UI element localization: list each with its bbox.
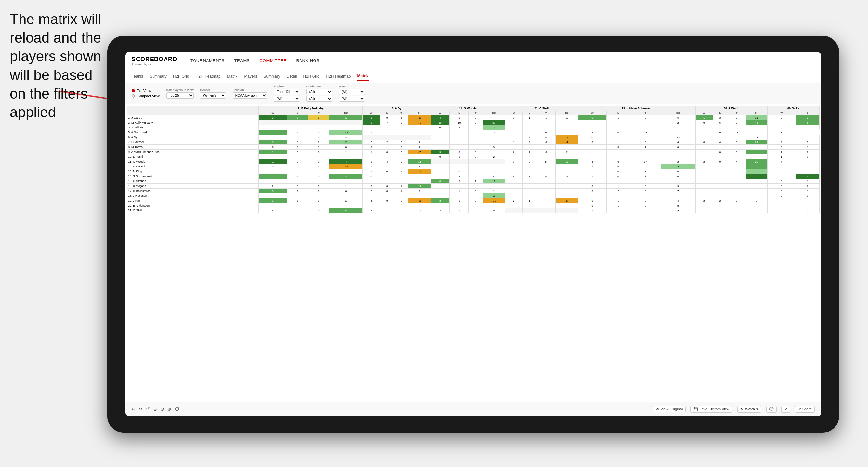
- matrix-table-wrapper[interactable]: 2. M Kelly Mulcahy 6. A Dy 11. G Woods 2…: [125, 104, 821, 402]
- sub-nav-summary2[interactable]: Summary: [264, 72, 280, 80]
- cell: [537, 193, 555, 198]
- compact-view-radio[interactable]: [132, 94, 135, 98]
- cell: 1: [661, 130, 695, 135]
- share-button[interactable]: ↗ Share: [795, 406, 815, 413]
- table-row: 5. A Nomrowski 3 1 0 -13 1: [127, 130, 819, 135]
- undo-icon[interactable]: ↩: [132, 406, 135, 412]
- cell: 3: [258, 174, 287, 179]
- cell: [505, 154, 523, 159]
- cell: 2: [483, 154, 505, 159]
- cell: [522, 120, 537, 125]
- cell: 27: [330, 116, 363, 120]
- cell: 1: [505, 135, 523, 140]
- fullscreen-button[interactable]: ⤢: [781, 406, 790, 413]
- save-custom-view-button[interactable]: 💾 Save Custom View: [690, 406, 733, 413]
- cell: [767, 120, 796, 125]
- compact-view-option[interactable]: Compact View: [132, 94, 160, 98]
- cell: [746, 184, 767, 189]
- cell: [556, 189, 578, 193]
- player-name: 12. A Bianchi: [127, 164, 258, 169]
- cell: [505, 193, 523, 198]
- timer-icon[interactable]: ⏱: [175, 406, 179, 412]
- cell: [607, 150, 630, 154]
- cell: 0: [394, 164, 408, 169]
- view-original-button[interactable]: 👁 View: Original: [653, 406, 686, 412]
- cell: [505, 125, 523, 130]
- player-name: 6. A Dy: [127, 135, 258, 140]
- sub-nav-players[interactable]: Players: [244, 72, 257, 80]
- tablet-device: SCOREBOARD Powered by clippd TOURNAMENTS…: [107, 36, 839, 433]
- sub-nav-detail[interactable]: Detail: [287, 72, 297, 80]
- gender-select[interactable]: Women's Men's: [200, 92, 226, 98]
- cell: 0: [727, 198, 746, 203]
- sub-nav-h2h-heatmap[interactable]: H2H Heatmap: [196, 72, 220, 80]
- full-view-radio[interactable]: [132, 89, 135, 92]
- cell: 1: [363, 150, 380, 154]
- cell: [258, 169, 287, 174]
- sub-nav-summary[interactable]: Summary: [150, 72, 166, 80]
- conference-select[interactable]: (All): [306, 89, 332, 95]
- division-select[interactable]: NCAA Division II NCAA Division I NCAA Di…: [232, 92, 267, 98]
- table-row: 19. J Karrh 3 1 0 13 4 0 0 -20 3 1 0: [127, 198, 819, 203]
- zoom-reset-icon[interactable]: ⊙: [160, 406, 164, 412]
- sub-nav-matrix2[interactable]: Matrix: [358, 72, 369, 81]
- nav-rankings[interactable]: RANKINGS: [296, 57, 319, 65]
- cell: [537, 164, 555, 169]
- cell: [746, 203, 767, 208]
- cell: [408, 125, 431, 130]
- cell: 0: [380, 116, 394, 120]
- cell: 1: [796, 145, 819, 150]
- cell: [695, 125, 713, 130]
- cell: [746, 130, 767, 135]
- conference-all-select[interactable]: (All): [306, 96, 332, 102]
- cell: 0: [607, 145, 630, 150]
- cell: -4: [556, 135, 578, 140]
- cell: [607, 179, 630, 184]
- cell: 1: [431, 174, 450, 179]
- cell: 2: [746, 198, 767, 203]
- region-select[interactable]: East - DII (All): [274, 89, 300, 95]
- cell: [522, 203, 537, 208]
- sub-nav-h2h-grid2[interactable]: H2H Grid: [303, 72, 319, 80]
- zoom-out-icon[interactable]: ⊖: [153, 406, 157, 412]
- redo-icon[interactable]: ↪: [139, 406, 143, 412]
- sub-nav-matrix[interactable]: Matrix: [227, 72, 238, 80]
- cell: [469, 130, 483, 135]
- nav-teams[interactable]: TEAMS: [235, 57, 250, 65]
- max-players-select[interactable]: Top 25 Top 50 All: [166, 92, 193, 98]
- player-name: 13. N Klug: [127, 169, 258, 174]
- cell: [713, 179, 727, 184]
- cell: [767, 135, 796, 140]
- sub-nav-teams[interactable]: Teams: [132, 72, 143, 80]
- cell: 20: [746, 159, 767, 164]
- watch-button[interactable]: 👁 Watch ▾: [737, 406, 761, 413]
- players-select[interactable]: (All): [339, 89, 365, 95]
- cell: [556, 184, 578, 189]
- wlt-d1: Dif: [330, 111, 363, 116]
- cell: 7: [380, 120, 394, 125]
- table-row: 7. O Mitchell 3 0 0 18 2 2 0 2: [127, 140, 819, 145]
- wlt-t5: T: [630, 111, 661, 116]
- cell: 1: [287, 130, 308, 135]
- cell: 2: [695, 159, 713, 164]
- cell: [258, 120, 287, 125]
- sub-nav-h2h-grid[interactable]: H2H Grid: [173, 72, 189, 80]
- nav-tournaments[interactable]: TOURNAMENTS: [190, 57, 225, 65]
- cell: [695, 130, 713, 135]
- cell: 0: [661, 145, 695, 150]
- cell: 11: [556, 159, 578, 164]
- full-view-option[interactable]: Full View: [132, 89, 160, 93]
- region-all-select[interactable]: (All): [274, 96, 300, 102]
- cell: [308, 193, 330, 198]
- players-all-select[interactable]: (All): [339, 96, 365, 102]
- sub-nav-h2h-heatmap2[interactable]: H2H Heatmap: [326, 72, 350, 80]
- cell: [556, 169, 578, 174]
- max-players-label: Max players in view: [166, 89, 193, 92]
- comment-button[interactable]: 💬: [766, 406, 777, 413]
- refresh-icon[interactable]: ↺: [146, 406, 150, 412]
- zoom-in-icon[interactable]: ⊕: [167, 406, 172, 412]
- cell: [630, 193, 661, 198]
- nav-committee[interactable]: COMMITTEE: [259, 57, 286, 65]
- cell: [330, 120, 363, 125]
- cell: [258, 203, 287, 208]
